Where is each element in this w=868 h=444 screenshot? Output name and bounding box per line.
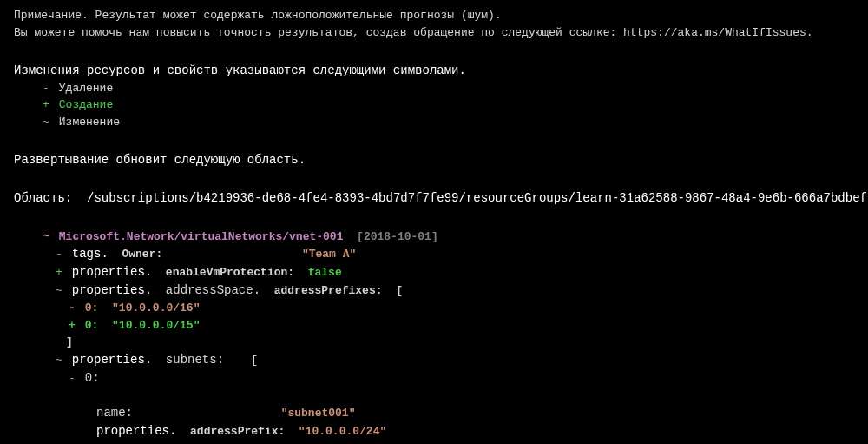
- help-line: Вы можете помочь нам повысить точность р…: [14, 24, 854, 42]
- tilde-icon: ~: [53, 352, 65, 369]
- blank: [14, 134, 854, 151]
- vmp-key: [159, 266, 166, 279]
- as-key-val: addressSpace.: [166, 283, 260, 297]
- plus-icon: +: [53, 264, 65, 282]
- addressspace-line: ~ properties. addressSpace. addressPrefi…: [14, 282, 854, 300]
- symbol-create: + Создание: [14, 96, 854, 114]
- open-bracket: [: [251, 354, 258, 367]
- prop-prefix: properties.: [72, 353, 152, 367]
- subnet-idx: - 0:: [14, 369, 854, 388]
- tags-prefix: tags.: [72, 247, 108, 261]
- minus-icon: -: [53, 246, 65, 263]
- prop-prefix: properties.: [72, 265, 152, 279]
- blank: [14, 388, 854, 405]
- tags-value: "Team A": [302, 248, 356, 261]
- symbol-delete: - Удаление: [14, 80, 854, 97]
- name-value: "subnet001": [281, 407, 356, 420]
- plus-icon: +: [66, 317, 78, 335]
- name-key: name:: [96, 406, 133, 420]
- idx: 0:: [85, 302, 99, 315]
- resource-header: ~ Microsoft.Network/virtualNetworks/vnet…: [14, 229, 854, 246]
- idx: 0:: [85, 319, 99, 332]
- address-minus: - 0: "10.0.0.0/16": [14, 300, 854, 317]
- vmp-value: false: [308, 266, 342, 279]
- modify-label: Изменение: [59, 116, 120, 129]
- delete-label: Удаление: [59, 82, 113, 95]
- ap-key: addressPrefix:: [190, 425, 285, 438]
- as-key2: [267, 284, 274, 297]
- vmprotection-line: + properties. enableVmProtection: false: [14, 263, 854, 282]
- tilde-icon: ~: [40, 114, 52, 131]
- minus-icon: -: [66, 370, 78, 388]
- value: "10.0.0.0/16": [112, 302, 200, 315]
- scope-label: Область:: [14, 191, 72, 205]
- resource-type: Microsoft.Network/virtualNetworks/vnet-0…: [59, 230, 344, 243]
- tags-line: - tags. Owner: "Team A": [14, 245, 854, 263]
- scope-line: Область: /subscriptions/b4219936-de68-4f…: [14, 189, 854, 208]
- symbol-modify: ~ Изменение: [14, 114, 854, 131]
- api-version-value: [2018-10-01]: [357, 230, 438, 243]
- blank: [14, 173, 854, 190]
- tags-key-val: Owner:: [122, 248, 162, 261]
- idx: 0:: [85, 371, 100, 385]
- ap-value: "10.0.0.0/24": [299, 425, 386, 438]
- subnet-addressprefix: properties. addressPrefix: "10.0.0.0/24": [14, 422, 854, 441]
- as-key2-val: addressPrefixes:: [274, 284, 383, 297]
- plus-icon: +: [40, 96, 52, 114]
- blank: [14, 211, 854, 229]
- prop-prefix: properties.: [96, 424, 176, 438]
- subnets-line: ~ properties. subnets: [: [14, 351, 854, 369]
- create-label: Создание: [59, 98, 113, 111]
- note-line: Примечание. Результат может содержать ло…: [14, 7, 854, 24]
- open-bracket: [: [396, 284, 403, 297]
- prop-prefix: properties.: [72, 283, 152, 297]
- value: "10.0.0.0/15": [112, 319, 200, 332]
- subnet-name: name: "subnet001": [14, 404, 854, 422]
- scope-value: /subscriptions/b4219936-de68-4fe4-8393-4…: [87, 191, 868, 205]
- minus-icon: -: [40, 80, 52, 97]
- blank: [14, 44, 854, 62]
- api-version: [350, 230, 357, 243]
- symbols-intro: Изменения ресурсов и свойств указываются…: [14, 62, 854, 80]
- minus-icon: -: [66, 300, 78, 317]
- tilde-icon: ~: [53, 282, 65, 300]
- as-key: [159, 284, 166, 297]
- close-bracket: ]: [14, 334, 854, 351]
- vmp-key-val: enableVmProtection:: [166, 266, 294, 279]
- deploy-update: Развертывание обновит следующую область.: [14, 151, 854, 169]
- subnets-key: subnets:: [166, 353, 224, 367]
- blank: [14, 441, 854, 444]
- address-plus: + 0: "10.0.0.0/15": [14, 317, 854, 335]
- tilde-icon: ~: [40, 229, 52, 246]
